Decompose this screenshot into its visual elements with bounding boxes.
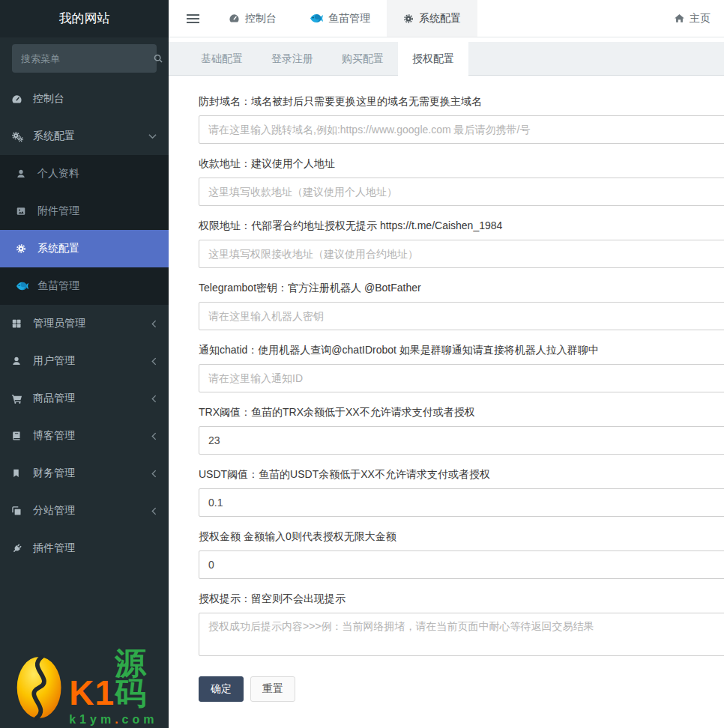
fish-icon	[310, 13, 323, 24]
auth-tip-textarea[interactable]	[199, 613, 724, 656]
notify-chatid-input[interactable]	[199, 364, 724, 392]
user-icon	[11, 356, 28, 366]
navbar-tab-console[interactable]: 控制台	[212, 0, 293, 37]
book-icon	[11, 431, 28, 441]
chevron-left-icon	[151, 320, 157, 328]
field-label: 权限地址：代部署合约地址授权无提示 https://t.me/Caishen_1…	[199, 219, 724, 233]
telegram-bot-key-input[interactable]	[199, 302, 724, 330]
field-notify-chatid: 通知chatid：使用机器人查询@chatIDrobot 如果是群聊通知请直接将…	[199, 344, 724, 392]
fish-icon	[16, 281, 32, 291]
content-panel: 基础配置 登录注册 购买配置 授权配置 防封域名：域名被封后只需要更换这里的域名…	[169, 37, 724, 728]
field-auth-tip: 授权提示：留空则不会出现提示	[199, 592, 724, 656]
sidebar-item-label: 个人资料	[37, 167, 79, 181]
watermark-cn: 源码	[115, 649, 169, 709]
field-label: USDT阈值：鱼苗的USDT余额低于XX不允许请求支付或者授权	[199, 468, 724, 482]
navbar-tab-label: 鱼苗管理	[328, 12, 370, 25]
sidebar-item-label: 用户管理	[33, 354, 75, 368]
field-auth-amount: 授权金额 金额输入0则代表授权无限大金额	[199, 530, 724, 579]
grid-icon	[11, 318, 28, 329]
trx-threshold-input[interactable]	[199, 426, 724, 455]
gauge-icon	[11, 94, 28, 105]
field-label: 收款地址：建议使用个人地址	[199, 157, 724, 171]
auth-amount-input[interactable]	[199, 550, 724, 579]
sidebar-item-sysconfig-parent[interactable]: 系统配置	[0, 118, 169, 155]
gear-icon	[16, 243, 32, 254]
config-tabbar: 基础配置 登录注册 购买配置 授权配置	[169, 42, 724, 76]
sidebar-item-label: 附件管理	[37, 204, 79, 218]
tab-login-register[interactable]: 登录注册	[257, 42, 328, 76]
sidebar-item-goods[interactable]: 商品管理	[0, 380, 169, 417]
sidebar-item-label: 系统配置	[33, 130, 75, 143]
bookmark-icon	[11, 468, 28, 479]
sidebar-item-label: 博客管理	[33, 429, 75, 443]
reset-button[interactable]: 重置	[250, 676, 295, 702]
crown-icon	[116, 642, 127, 672]
watermark-swirl-icon	[15, 650, 63, 725]
navbar-tab-label: 系统配置	[419, 12, 461, 25]
sidebar-item-users[interactable]: 用户管理	[0, 342, 169, 380]
sidebar-subitem-fish[interactable]: 鱼苗管理	[0, 267, 169, 305]
payment-address-input[interactable]	[199, 178, 724, 206]
sidebar-item-label: 财务管理	[33, 467, 75, 480]
permission-address-input[interactable]	[199, 240, 724, 268]
field-trx-threshold: TRX阈值：鱼苗的TRX余额低于XX不允许请求支付或者授权	[199, 406, 724, 455]
sidebar-item-label: 管理员管理	[33, 317, 85, 330]
sidebar-item-console[interactable]: 控制台	[0, 80, 169, 118]
search-icon	[153, 53, 163, 64]
chevron-down-icon	[148, 133, 157, 139]
sidebar-subitem-sysconfig[interactable]: 系统配置	[0, 230, 169, 267]
tab-purchase-config[interactable]: 购买配置	[328, 42, 398, 76]
sidebar-subitem-profile[interactable]: 个人资料	[0, 155, 169, 192]
sidebar-item-label: 分站管理	[33, 504, 75, 518]
home-icon	[674, 13, 685, 24]
usdt-threshold-input[interactable]	[199, 488, 724, 517]
tab-basic-config[interactable]: 基础配置	[187, 42, 257, 76]
menu-search-input[interactable]	[21, 53, 153, 64]
watermark-logo: K1 源码 k1ym.com	[15, 649, 169, 727]
form-buttons: 确定 重置	[199, 676, 724, 702]
field-label: Telegrambot密钥：官方注册机器人 @BotFather	[199, 282, 724, 295]
confirm-button[interactable]: 确定	[199, 676, 244, 702]
field-antiblock-domain: 防封域名：域名被封后只需要更换这里的域名无需更换主域名	[199, 95, 724, 144]
field-label: TRX阈值：鱼苗的TRX余额低于XX不允许请求支付或者授权	[199, 406, 724, 419]
sidebar-item-plugins[interactable]: 插件管理	[0, 530, 169, 567]
sidebar-subitem-attachments[interactable]: 附件管理	[0, 192, 169, 230]
site-title: 我的网站	[0, 0, 169, 37]
top-navbar: 控制台 鱼苗管理 系统配置 主页	[169, 0, 724, 37]
sidebar-item-label: 系统配置	[37, 242, 79, 255]
sidebar-toggle-button[interactable]	[174, 0, 212, 37]
field-payment-address: 收款地址：建议使用个人地址	[199, 157, 724, 206]
tab-auth-config[interactable]: 授权配置	[398, 42, 468, 76]
sidebar-submenu-sysconfig: 个人资料 附件管理 系统配置 鱼苗管理	[0, 155, 169, 305]
sidebar: 我的网站 控制台 系统配置	[0, 0, 169, 728]
chevron-left-icon	[151, 507, 157, 515]
field-usdt-threshold: USDT阈值：鱼苗的USDT余额低于XX不允许请求支付或者授权	[199, 468, 724, 517]
image-file-icon	[16, 206, 32, 216]
main-area: 控制台 鱼苗管理 系统配置 主页	[169, 0, 724, 728]
sidebar-item-label: 商品管理	[33, 392, 75, 405]
field-label: 授权金额 金额输入0则代表授权无限大金额	[199, 530, 724, 544]
watermark-k1: K1	[69, 678, 115, 709]
navbar-tab-sysconfig[interactable]: 系统配置	[387, 0, 477, 37]
gear-icon	[403, 13, 414, 24]
navbar-tab-fish[interactable]: 鱼苗管理	[293, 0, 387, 37]
sidebar-item-label: 控制台	[33, 92, 64, 106]
sidebar-item-substations[interactable]: 分站管理	[0, 492, 169, 530]
antiblock-domain-input[interactable]	[199, 115, 724, 144]
sidebar-item-finance[interactable]: 财务管理	[0, 455, 169, 492]
navbar-home-link[interactable]: 主页	[660, 0, 724, 37]
chevron-left-icon	[151, 470, 157, 478]
chevron-left-icon	[151, 357, 157, 365]
chevron-left-icon	[151, 432, 157, 440]
sidebar-item-label: 鱼苗管理	[37, 279, 79, 293]
field-label: 防封域名：域名被封后只需要更换这里的域名无需更换主域名	[199, 95, 724, 109]
navbar-tab-label: 控制台	[245, 12, 277, 25]
sidebar-item-blog[interactable]: 博客管理	[0, 417, 169, 455]
clone-icon	[11, 506, 28, 516]
menu-search-box[interactable]	[12, 44, 157, 73]
field-telegram-bot-key: Telegrambot密钥：官方注册机器人 @BotFather	[199, 282, 724, 330]
gears-icon	[11, 131, 28, 142]
sidebar-item-admins[interactable]: 管理员管理	[0, 305, 169, 342]
cart-icon	[11, 393, 28, 404]
navbar-home-label: 主页	[690, 12, 711, 25]
